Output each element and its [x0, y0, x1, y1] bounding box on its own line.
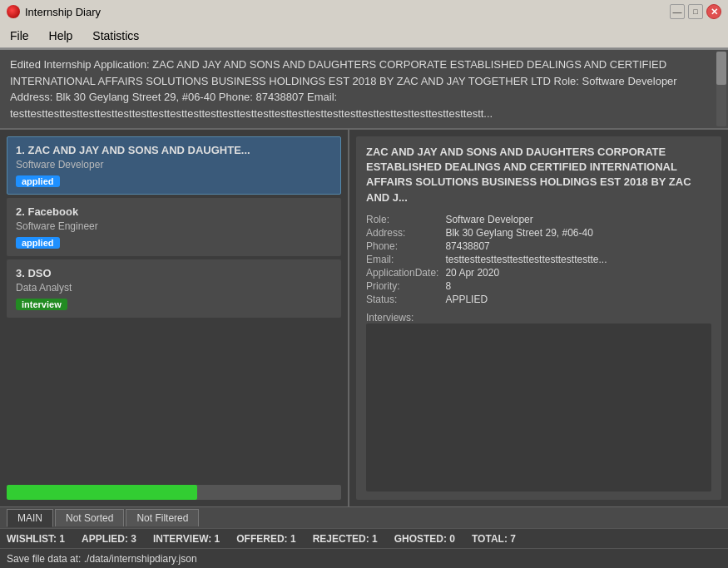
list-item-2[interactable]: 2. FacebookSoftware Engineerapplied — [7, 198, 341, 256]
detail-fields: Role:Software DeveloperAddress:Blk 30 Ge… — [366, 214, 711, 324]
field-value-0: Software Developer — [445, 214, 711, 225]
detail-card: ZAC AND JAY AND SONS AND DAUGHTERS CORPO… — [356, 136, 721, 500]
field-label-0: Role: — [366, 214, 438, 225]
status-badge-3: interview — [16, 299, 67, 310]
right-panel: ZAC AND JAY AND SONS AND DAUGHTERS CORPO… — [349, 130, 728, 506]
field-value-6: APPLIED — [445, 294, 711, 305]
field-value-3: testtesttesttesttesttesttesttesttestte..… — [445, 254, 711, 265]
stat-item-2: INTERVIEW: 1 — [153, 533, 220, 545]
log-scrollbar[interactable] — [716, 52, 726, 126]
field-value-4: 20 Apr 2020 — [445, 267, 711, 279]
list-item-role-3: Data Analyst — [16, 282, 332, 294]
status-tab-not-sorted[interactable]: Not Sorted — [55, 509, 124, 526]
field-label-4: ApplicationDate: — [366, 267, 438, 279]
field-value-1: Blk 30 Geylang Street 29, #06-40 — [445, 227, 711, 239]
stat-item-1: APPLIED: 3 — [82, 533, 136, 545]
list-item-role-1: Software Developer — [16, 159, 332, 170]
stat-item-6: TOTAL: 7 — [472, 533, 516, 545]
status-tab-main[interactable]: MAIN — [7, 509, 53, 527]
status-badge-1: applied — [16, 175, 60, 187]
log-scrollbar-thumb — [716, 52, 726, 85]
status-badge-2: applied — [16, 237, 60, 249]
window-controls: — □ ✕ — [670, 4, 721, 19]
app-icon — [7, 5, 20, 18]
title-text: Internship Diary — [25, 6, 101, 18]
field-label-5: Priority: — [366, 280, 438, 292]
menu-statistics[interactable]: Statistics — [89, 27, 142, 44]
list-item-title-3: 3. DSO — [16, 267, 332, 279]
field-label-2: Phone: — [366, 240, 438, 252]
menu-file[interactable]: File — [7, 27, 32, 44]
stats-bar: WISHLIST: 1APPLIED: 3INTERVIEW: 1OFFERED… — [0, 528, 728, 548]
save-bar: Save file data at: ./data/internshipdiar… — [0, 548, 728, 568]
list-container: 1. ZAC AND JAY AND SONS AND DAUGHTE...So… — [0, 130, 348, 482]
progress-bar-container — [7, 485, 341, 500]
title-bar-left: Internship Diary — [7, 5, 101, 18]
main-content: 1. ZAC AND JAY AND SONS AND DAUGHTE...So… — [0, 130, 728, 506]
interviews-box — [366, 324, 711, 491]
maximize-button[interactable]: □ — [688, 4, 703, 19]
list-item-title-2: 2. Facebook — [16, 205, 332, 218]
field-value-2: 87438807 — [445, 240, 711, 252]
field-label-1: Address: — [366, 227, 438, 239]
menu-help[interactable]: Help — [46, 27, 77, 44]
minimize-button[interactable]: — — [670, 4, 685, 19]
log-area: Edited Internship Application: ZAC AND J… — [0, 50, 728, 130]
status-bar: MAINNot SortedNot Filtered — [0, 506, 728, 528]
stat-item-4: REJECTED: 1 — [313, 533, 378, 545]
stat-item-0: WISHLIST: 1 — [7, 533, 65, 545]
field-value-5: 8 — [445, 280, 711, 292]
list-item-1[interactable]: 1. ZAC AND JAY AND SONS AND DAUGHTE...So… — [7, 136, 341, 195]
progress-bar-fill — [7, 485, 197, 500]
log-text: Edited Internship Application: ZAC AND J… — [10, 57, 718, 121]
list-item-role-2: Software Engineer — [16, 220, 332, 232]
stat-item-3: OFFERED: 1 — [236, 533, 295, 545]
list-item-title-1: 1. ZAC AND JAY AND SONS AND DAUGHTE... — [16, 144, 332, 156]
stat-item-5: GHOSTED: 0 — [394, 533, 455, 545]
field-label-3: Email: — [366, 254, 438, 265]
menu-bar: File Help Statistics — [0, 23, 728, 48]
list-item-3[interactable]: 3. DSOData Analystinterview — [7, 259, 341, 318]
close-button[interactable]: ✕ — [706, 4, 721, 19]
status-tab-not-filtered[interactable]: Not Filtered — [126, 509, 199, 526]
field-label-6: Status: — [366, 294, 438, 305]
detail-company: ZAC AND JAY AND SONS AND DAUGHTERS CORPO… — [366, 145, 711, 205]
title-bar: Internship Diary — □ ✕ — [0, 0, 728, 23]
interviews-label: Interviews: — [366, 312, 711, 324]
save-path-text: Save file data at: ./data/internshipdiar… — [7, 553, 197, 565]
left-panel: 1. ZAC AND JAY AND SONS AND DAUGHTE...So… — [0, 130, 349, 506]
